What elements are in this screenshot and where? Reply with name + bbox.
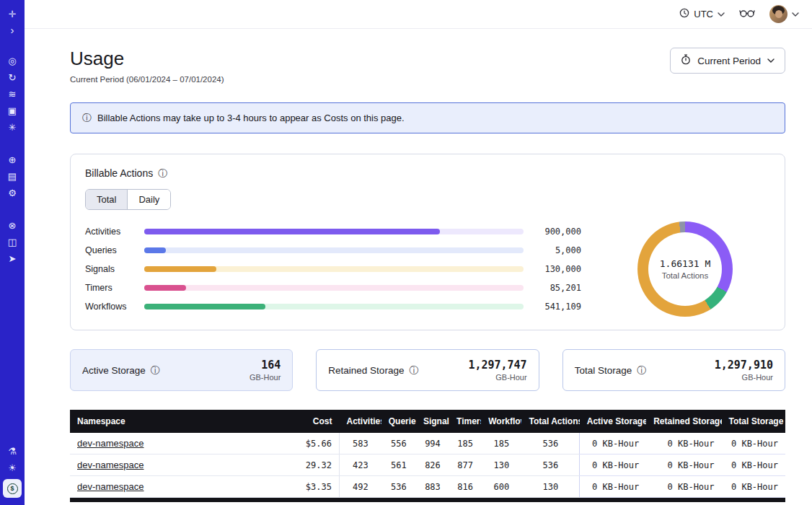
- bar-value: 5,000: [524, 245, 581, 255]
- cell-total-actions: 130: [521, 476, 579, 498]
- workflows-icon[interactable]: ◎: [3, 53, 22, 69]
- table-row: dev-namespace $5.66 583 556 994 185 185 …: [70, 433, 785, 454]
- active-storage-card: Active Storage ⓘ 164 GB-Hour: [70, 349, 293, 391]
- namespace-link[interactable]: dev-namespace: [77, 481, 144, 492]
- cell-retained-storage: 0 KB-Hour: [646, 476, 721, 498]
- info-icon[interactable]: ⓘ: [158, 169, 167, 178]
- glasses-icon[interactable]: [739, 8, 755, 21]
- cell-cost: $5.66: [287, 433, 339, 454]
- batch-operations-icon[interactable]: ✳: [3, 119, 22, 136]
- cell-workflows: 130: [481, 454, 521, 476]
- cell-total-actions: 536: [521, 433, 579, 454]
- bar-value: 900,000: [524, 227, 581, 237]
- billable-actions-tabs: Total Daily: [85, 189, 171, 210]
- schedules-icon[interactable]: ↻: [3, 69, 22, 86]
- active-storage-label: Active Storage: [82, 365, 146, 376]
- sidebar-collapse-chevron-icon[interactable]: ›: [3, 22, 22, 37]
- cell-total-storage: 0 KB-Hour: [722, 454, 785, 476]
- cell-retained-storage: 0 KB-Hour: [646, 433, 721, 454]
- donut-ring: 1.66131 M Total Actions: [637, 221, 733, 317]
- cell-retained-storage: 0 KB-Hour: [646, 454, 721, 476]
- cell-total-actions: 536: [521, 454, 579, 476]
- cell-timers: 816: [449, 476, 481, 498]
- regions-icon[interactable]: ⊕: [3, 152, 22, 168]
- cell-signals: 883: [416, 476, 449, 498]
- page-title: Usage: [70, 48, 224, 70]
- active-storage-value: 164: [250, 359, 281, 372]
- chevron-down-icon: [792, 12, 799, 17]
- cell-activities: 492: [339, 476, 381, 498]
- sidebar-group-admin: ⊕ ▤ ⚙: [3, 152, 22, 201]
- total-actions-value: 1.66131 M: [660, 258, 710, 269]
- bar-label: Signals: [85, 264, 144, 274]
- sidebar-group-misc: ⊗ ◫ ➤: [3, 217, 22, 267]
- bar-label: Timers: [85, 283, 144, 293]
- table-row: dev-namespace 29.32 423 561 826 877 130 …: [70, 454, 785, 476]
- theme-sun-icon[interactable]: ☀: [3, 460, 22, 476]
- docs-icon[interactable]: ◫: [3, 234, 22, 250]
- cell-activities: 583: [339, 433, 381, 454]
- bar-row-workflows: Workflows 541,109: [85, 297, 581, 316]
- period-selector-button[interactable]: Current Period: [670, 48, 785, 74]
- user-avatar: [769, 5, 787, 23]
- bar-value: 85,201: [524, 283, 581, 293]
- donut-chart-block: 1.66131 M Total Actions: [600, 221, 770, 317]
- billable-actions-chart: Activities 900,000 Queries 5,000 Signals…: [85, 221, 770, 317]
- bar-label: Queries: [85, 245, 144, 255]
- info-icon[interactable]: ⓘ: [637, 366, 646, 375]
- bar-label: Workflows: [85, 302, 144, 312]
- deployments-icon[interactable]: ▣: [3, 102, 22, 119]
- sidebar-group-nav: ◎ ↻ ≋ ▣ ✳: [3, 53, 22, 136]
- task-queues-icon[interactable]: ≋: [3, 86, 22, 102]
- topbar: UTC: [25, 0, 812, 29]
- total-actions-label: Total Actions: [662, 271, 709, 280]
- usage-billing-nav-active[interactable]: $: [3, 479, 22, 498]
- info-icon: ⓘ: [82, 113, 92, 123]
- namespaces-icon[interactable]: ▤: [3, 168, 22, 185]
- namespace-usage-table: Namespace Cost Activities Queries Signal…: [70, 410, 785, 498]
- stopwatch-icon: [681, 54, 691, 67]
- col-timers: Timers: [449, 410, 481, 433]
- retained-storage-unit: GB-Hour: [468, 373, 526, 382]
- info-banner-text: Billable Actions may take up to 3-4 hour…: [97, 113, 405, 123]
- cell-queries: 536: [381, 476, 416, 498]
- cell-cost: $3.35: [287, 476, 339, 498]
- cell-timers: 877: [449, 454, 481, 476]
- sidebar-group-bottom: ⚗ ☀ $: [3, 443, 22, 498]
- cell-timers: 185: [449, 433, 481, 454]
- col-namespace: Namespace: [70, 410, 287, 433]
- total-storage-card: Total Storage ⓘ 1,297,910 GB-Hour: [562, 349, 785, 391]
- info-icon[interactable]: ⓘ: [151, 366, 160, 375]
- settings-gear-icon[interactable]: ⚙: [3, 185, 22, 201]
- tab-total[interactable]: Total: [86, 190, 128, 209]
- page-header: Usage Current Period (06/01/2024 – 07/01…: [70, 48, 785, 84]
- info-icon[interactable]: ⓘ: [409, 366, 418, 375]
- bar-row-signals: Signals 130,000: [85, 260, 581, 278]
- limits-icon[interactable]: ⊗: [3, 217, 22, 234]
- info-banner: ⓘ Billable Actions may take up to 3-4 ho…: [70, 102, 785, 133]
- next-table-header-partial: [70, 498, 785, 502]
- tab-daily[interactable]: Daily: [128, 190, 170, 209]
- user-menu[interactable]: [769, 5, 799, 23]
- retained-storage-label: Retained Storage: [328, 365, 404, 376]
- col-queries: Queries: [381, 410, 416, 433]
- labs-flask-icon[interactable]: ⚗: [3, 443, 22, 460]
- namespace-link[interactable]: dev-namespace: [77, 438, 144, 449]
- cell-activities: 423: [339, 454, 381, 476]
- clock-icon: [679, 8, 689, 20]
- bar-row-queries: Queries 5,000: [85, 241, 581, 260]
- retained-storage-value: 1,297,747: [468, 359, 526, 372]
- col-activities: Activities: [339, 410, 381, 433]
- namespace-link[interactable]: dev-namespace: [77, 460, 144, 470]
- cell-active-storage: 0 KB-Hour: [580, 476, 646, 498]
- support-icon[interactable]: ➤: [3, 250, 22, 267]
- billable-actions-card: Billable Actions ⓘ Total Daily Activitie…: [70, 154, 785, 330]
- col-total-actions: Total Actions: [521, 410, 579, 433]
- temporal-logo-icon[interactable]: ✛: [3, 6, 22, 22]
- timezone-selector[interactable]: UTC: [679, 8, 725, 20]
- col-retained-storage: Retained Storage: [646, 410, 721, 433]
- donut-center: 1.66131 M Total Actions: [648, 232, 722, 306]
- retained-storage-card: Retained Storage ⓘ 1,297,747 GB-Hour: [316, 349, 539, 391]
- bar-row-timers: Timers 85,201: [85, 278, 581, 297]
- sidebar-group-top: ✛ ›: [3, 6, 22, 37]
